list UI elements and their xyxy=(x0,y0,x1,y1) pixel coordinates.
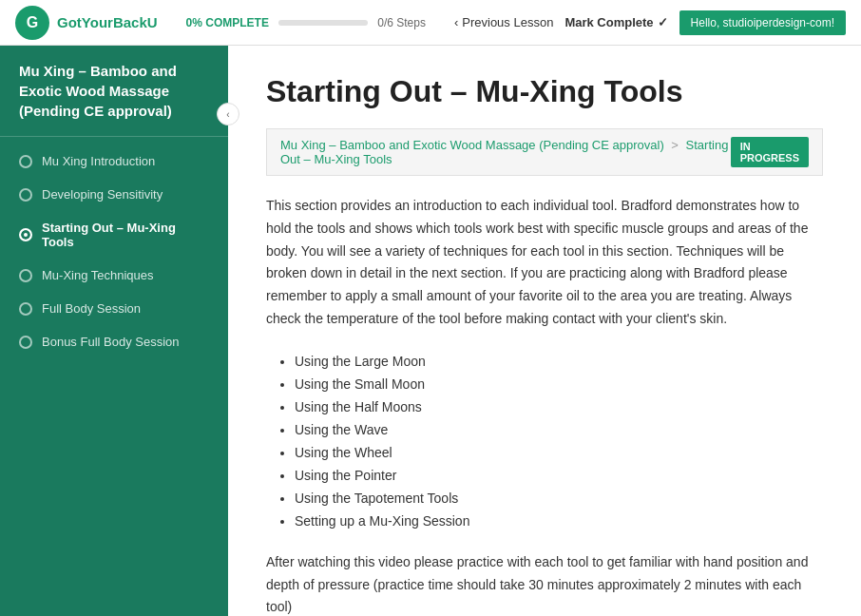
prev-lesson-button[interactable]: ‹ Previous Lesson xyxy=(454,15,553,29)
sidebar-item-bonus-full-body-session[interactable]: Bonus Full Body Session xyxy=(0,325,228,358)
checkmark-icon: ✓ xyxy=(658,15,668,29)
progress-steps: 0/6 Steps xyxy=(377,16,426,29)
sidebar-item-full-body-session[interactable]: Full Body Session xyxy=(0,292,228,325)
sidebar-course-title: Mu Xing – Bamboo and Exotic Wood Massage… xyxy=(0,46,228,137)
sidebar-item-mu-xing-techniques[interactable]: Mu-Xing Techniques xyxy=(0,259,228,292)
sidebar-radio-active-icon xyxy=(19,228,32,241)
list-item: Setting up a Mu-Xing Session xyxy=(295,510,823,532)
section-description: This section provides an introduction to… xyxy=(266,195,823,331)
breadcrumb: Mu Xing – Bamboo and Exotic Wood Massage… xyxy=(280,138,731,166)
list-item: Using the Half Moons xyxy=(295,395,823,418)
list-item: Using the Small Moon xyxy=(295,373,823,395)
page-title: Starting Out – Mu-Xing Tools xyxy=(266,74,823,109)
sidebar: Mu Xing – Bamboo and Exotic Wood Massage… xyxy=(0,46,228,616)
progress-label: 0% COMPLETE xyxy=(186,16,269,29)
breadcrumb-separator: > xyxy=(671,138,679,152)
progress-area: 0% COMPLETE 0/6 Steps xyxy=(186,16,426,29)
top-header: G GotYourBackU 0% COMPLETE 0/6 Steps ‹ P… xyxy=(0,0,861,46)
status-badge: IN PROGRESS xyxy=(731,137,809,167)
logo-text: GotYourBackU xyxy=(57,14,158,30)
list-item: Using the Large Moon xyxy=(295,350,823,373)
sidebar-item-mu-xing-introduction[interactable]: Mu Xing Introduction xyxy=(0,144,228,178)
bullet-list: Using the Large Moon Using the Small Moo… xyxy=(295,350,823,532)
breadcrumb-bar: Mu Xing – Bamboo and Exotic Wood Massage… xyxy=(266,128,823,176)
sidebar-nav: Mu Xing Introduction Developing Sensitiv… xyxy=(0,137,228,366)
logo-icon: G xyxy=(15,6,49,40)
sidebar-item-developing-sensitivity[interactable]: Developing Sensitivity xyxy=(0,178,228,211)
header-nav: ‹ Previous Lesson Mark Complete ✓ Hello,… xyxy=(454,10,846,35)
mark-complete-button[interactable]: Mark Complete ✓ xyxy=(564,15,667,29)
sidebar-toggle-button[interactable]: ‹ xyxy=(217,103,239,125)
chevron-left-icon: ‹ xyxy=(454,15,458,29)
sidebar-radio-icon xyxy=(19,269,32,282)
list-item: Using the Pointer xyxy=(295,464,823,487)
list-item: Using the Wheel xyxy=(295,441,823,464)
main-layout: Mu Xing – Bamboo and Exotic Wood Massage… xyxy=(0,46,861,616)
list-item: Using the Tapotement Tools xyxy=(295,487,823,510)
sidebar-item-starting-out[interactable]: Starting Out – Mu-Xing Tools xyxy=(0,211,228,259)
sidebar-radio-icon xyxy=(19,336,32,349)
breadcrumb-course-link[interactable]: Mu Xing – Bamboo and Exotic Wood Massage… xyxy=(280,138,664,152)
sidebar-radio-icon xyxy=(19,302,32,316)
after-description: After watching this video please practic… xyxy=(266,551,823,616)
sidebar-radio-icon xyxy=(19,188,32,202)
hello-button[interactable]: Hello, studioiperdesign-com! xyxy=(679,10,846,35)
progress-bar xyxy=(278,20,368,26)
main-content: Starting Out – Mu-Xing Tools Mu Xing – B… xyxy=(228,46,861,616)
logo-area: G GotYourBackU xyxy=(15,6,158,40)
sidebar-radio-icon xyxy=(19,155,32,168)
list-item: Using the Wave xyxy=(295,418,823,441)
